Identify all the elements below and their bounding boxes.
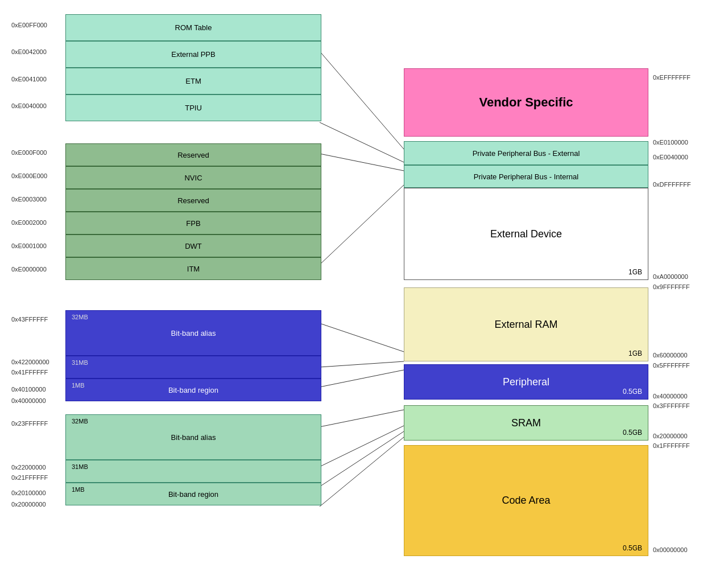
- svg-line-9: [320, 431, 404, 487]
- box-dwt: DWT: [65, 234, 321, 257]
- box-rom-table: ROM Table: [65, 14, 321, 41]
- svg-line-8: [320, 426, 404, 467]
- box-bitband-region-lower: 1MB Bit-band region: [65, 483, 321, 505]
- addr-e0042000: 0xE0042000: [11, 48, 47, 55]
- addr-9fffffff: 0x9FFFFFFF: [653, 283, 690, 290]
- box-vendor-specific: Vendor Specific: [404, 68, 648, 137]
- box-tpiu: TPIU: [65, 94, 321, 121]
- addr-23ffffff: 0x23FFFFFF: [11, 420, 48, 427]
- svg-line-5: [320, 361, 404, 367]
- box-peripheral: Peripheral 0.5GB: [404, 364, 648, 400]
- diagram-container: 0xE00FF000 0xE0042000 0xE0041000 0xE0040…: [0, 0, 728, 576]
- box-bitband-alias-upper: 32MB Bit-band alias: [65, 310, 321, 356]
- addr-20100000: 0x20100000: [11, 489, 46, 496]
- addr-e0041000: 0xE0041000: [11, 76, 47, 83]
- svg-line-2: [320, 154, 404, 171]
- addr-42200000: 0x422000000: [11, 359, 49, 365]
- box-external-ram: External RAM 1GB: [404, 287, 648, 361]
- box-fpb: FPB: [65, 212, 321, 234]
- addr-21ffffff: 0x21FFFFFF: [11, 474, 48, 481]
- svg-line-6: [320, 370, 404, 387]
- box-ppb-internal: Private Peripheral Bus - Internal: [404, 165, 648, 188]
- box-reserved-1: Reserved: [65, 143, 321, 166]
- box-sram: SRAM 0.5GB: [404, 405, 648, 441]
- box-etm: ETM: [65, 68, 321, 94]
- addr-e0100000: 0xE0100000: [653, 139, 688, 146]
- addr-40100000: 0x40100000: [11, 386, 46, 393]
- box-external-device: External Device 1GB: [404, 188, 648, 280]
- addr-60000000: 0x60000000: [653, 352, 688, 359]
- box-code-area: Code Area 0.5GB: [404, 445, 648, 556]
- box-31mb-lower: 31MB: [65, 460, 321, 483]
- addr-00000000: 0x00000000: [653, 546, 688, 553]
- box-bitband-region-upper: 1MB Bit-band region: [65, 378, 321, 401]
- addr-1fffffff: 0x1FFFFFFF: [653, 442, 690, 449]
- addr-e00ff000: 0xE00FF000: [11, 22, 47, 28]
- svg-line-0: [320, 51, 404, 149]
- addr-e0003000: 0xE0003000: [11, 196, 47, 203]
- box-31mb-upper: 31MB: [65, 356, 321, 378]
- box-external-ppb: External PPB: [65, 41, 321, 68]
- box-bitband-alias-lower: 32MB Bit-band alias: [65, 414, 321, 460]
- addr-40000000-right: 0x40000000: [653, 393, 688, 400]
- addr-20000000-right: 0x20000000: [653, 433, 688, 439]
- addr-a0000000: 0xA0000000: [653, 273, 688, 280]
- addr-e0040000-right: 0xE0040000: [653, 154, 688, 161]
- addr-e0040000: 0xE0040000: [11, 102, 47, 109]
- addr-20000000-left: 0x20000000: [11, 501, 46, 508]
- svg-line-3: [320, 185, 404, 265]
- addr-e000e000: 0xE000E000: [11, 172, 47, 179]
- svg-line-7: [320, 410, 404, 427]
- addr-3fffffff: 0x3FFFFFFF: [653, 402, 690, 409]
- box-itm: ITM: [65, 257, 321, 280]
- addr-dfffffff: 0xDFFFFFFF: [653, 181, 691, 188]
- addr-43ffffff: 0x43FFFFFF: [11, 316, 48, 323]
- addr-e0002000: 0xE0002000: [11, 219, 47, 226]
- svg-line-10: [320, 437, 404, 507]
- box-ppb-external: Private Peripheral Bus - External: [404, 141, 648, 165]
- addr-22000000: 0x22000000: [11, 464, 46, 471]
- addr-efffffff: 0xEFFFFFFF: [653, 74, 690, 81]
- addr-e000f000: 0xE000F000: [11, 149, 47, 156]
- box-reserved-2: Reserved: [65, 189, 321, 212]
- addr-40000000: 0x40000000: [11, 397, 46, 404]
- svg-line-4: [320, 323, 404, 352]
- addr-5fffffff: 0x5FFFFFFF: [653, 362, 690, 369]
- svg-line-1: [320, 122, 404, 162]
- addr-e0000000: 0xE0000000: [11, 266, 47, 273]
- box-nvic: NVIC: [65, 166, 321, 189]
- addr-e0001000: 0xE0001000: [11, 242, 47, 249]
- addr-41ffffff: 0x41FFFFFF: [11, 369, 48, 376]
